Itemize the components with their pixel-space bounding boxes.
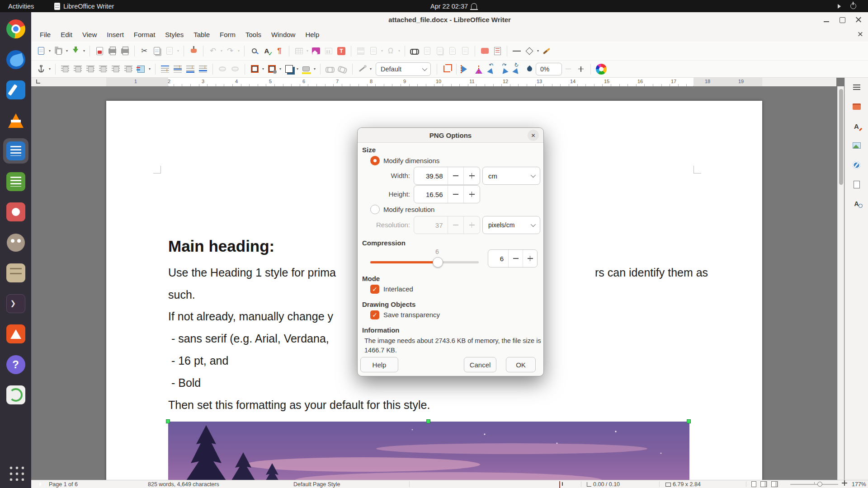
view-layout-single-icon[interactable]: [751, 481, 758, 488]
undo-icon[interactable]: ↶: [207, 45, 219, 57]
sidebar-page-icon[interactable]: [850, 178, 863, 191]
unit-select[interactable]: cm: [482, 167, 540, 185]
open-icon[interactable]: [52, 45, 65, 57]
dock-thunderbird-icon[interactable]: [3, 47, 28, 72]
resolution-unit-select[interactable]: pixels/cm: [482, 216, 540, 234]
wrap-page-icon[interactable]: [71, 63, 84, 75]
insert-endnote-icon[interactable]: [434, 45, 446, 57]
dock-libreoffice-writer-icon[interactable]: [3, 138, 28, 164]
insert-field-dropdown[interactable]: ▾: [380, 49, 384, 53]
track-changes-icon[interactable]: [491, 45, 504, 57]
interlaced-checkbox[interactable]: [370, 285, 379, 294]
cut-icon[interactable]: ✂: [138, 45, 151, 57]
menu-window[interactable]: Window: [266, 29, 300, 40]
basic-shapes-icon[interactable]: [523, 45, 536, 57]
dialog-close-icon[interactable]: [528, 130, 539, 141]
anchor-icon[interactable]: [35, 63, 47, 75]
modify-dimensions-radio[interactable]: [370, 156, 380, 165]
sidebar-navigator-icon[interactable]: [850, 158, 863, 172]
border-style-icon[interactable]: [265, 63, 278, 75]
menu-view[interactable]: View: [77, 29, 102, 40]
selected-image[interactable]: [168, 422, 689, 480]
sidebar-gallery-icon[interactable]: [850, 139, 863, 152]
app-menu[interactable]: LibreOffice Writer: [54, 0, 114, 12]
clock-menu[interactable]: Apr 22 02:37: [430, 0, 477, 12]
basic-shapes-dropdown[interactable]: ▾: [536, 49, 540, 53]
save-transparency-label[interactable]: Save transparency: [383, 311, 440, 319]
activities-button[interactable]: Activities: [8, 0, 34, 12]
horizontal-line-icon[interactable]: [510, 45, 523, 57]
flip-vertical-icon[interactable]: [472, 63, 485, 75]
word-count-status[interactable]: 825 words, 4,649 characters: [148, 481, 219, 488]
paste-dropdown[interactable]: ▾: [176, 49, 180, 53]
transparency-decrease-icon[interactable]: [562, 63, 575, 75]
width-value[interactable]: 39.58: [414, 172, 448, 180]
view-layout-book-icon[interactable]: [771, 481, 778, 488]
ok-button[interactable]: OK: [506, 357, 536, 372]
zoom-slider-thumb[interactable]: [817, 482, 822, 487]
selection-mode-icon[interactable]: [559, 482, 560, 488]
horizontal-ruler[interactable]: 1 2 3 4 5 6 7 8 9 10 11 12 13 14 15 16 1…: [31, 78, 836, 86]
save-transparency-checkbox[interactable]: [370, 310, 379, 319]
transparency-increase-icon[interactable]: [575, 63, 587, 75]
dock-libreoffice-impress-icon[interactable]: [3, 199, 28, 225]
insert-hyperlink-icon[interactable]: [408, 45, 421, 57]
transparency-input[interactable]: 0%: [536, 63, 562, 75]
selection-handle-top-right[interactable]: [687, 419, 691, 423]
dock-software-updater-icon[interactable]: [3, 382, 28, 408]
menu-tools[interactable]: Tools: [241, 29, 266, 40]
page-number-status[interactable]: Page 1 of 6: [49, 481, 78, 488]
anchor-dropdown[interactable]: ▾: [47, 67, 52, 71]
right-indent-marker[interactable]: [691, 84, 696, 89]
menu-form[interactable]: Form: [215, 29, 241, 40]
insert-chart-icon[interactable]: [322, 45, 335, 57]
special-character-dropdown[interactable]: ▾: [397, 49, 401, 53]
sidebar-styles-icon[interactable]: A: [850, 119, 863, 133]
zoom-slider[interactable]: [790, 484, 838, 485]
export-pdf-icon[interactable]: [93, 45, 106, 57]
selection-handle-top-center[interactable]: [426, 419, 430, 423]
compression-value[interactable]: 6: [488, 255, 508, 263]
dock-libreoffice-calc-icon[interactable]: [3, 169, 28, 194]
wrap-after-icon[interactable]: [109, 63, 122, 75]
undo-dropdown[interactable]: ▾: [219, 49, 224, 53]
insert-field-icon[interactable]: [367, 45, 380, 57]
borders-dropdown[interactable]: ▾: [261, 67, 265, 71]
spelling-icon[interactable]: A: [260, 45, 273, 57]
show-applications-icon[interactable]: [3, 460, 28, 485]
interlaced-label[interactable]: Interlaced: [383, 285, 413, 293]
image-filter-dropdown[interactable]: ▾: [368, 67, 373, 71]
wrap-settings-dropdown[interactable]: ▾: [147, 67, 152, 71]
cross-reference-icon[interactable]: [459, 45, 472, 57]
special-character-icon[interactable]: [384, 45, 397, 57]
area-fill-dropdown[interactable]: ▾: [312, 67, 317, 71]
sidebar-style-inspector-icon[interactable]: A: [850, 197, 863, 211]
print-preview-icon[interactable]: [118, 45, 131, 57]
print-icon[interactable]: [106, 45, 118, 57]
tab-stop-selector-icon[interactable]: [36, 80, 40, 84]
clone-formatting-icon[interactable]: [187, 45, 200, 57]
height-increase-button[interactable]: [463, 186, 480, 203]
dock-help-icon[interactable]: [3, 352, 28, 377]
redo-icon[interactable]: ↷: [224, 45, 236, 57]
modify-resolution-radio[interactable]: [370, 205, 380, 214]
width-decrease-button[interactable]: [448, 167, 464, 184]
menu-edit[interactable]: Edit: [56, 29, 77, 40]
unlink-frames-icon[interactable]: [336, 63, 349, 75]
shadow-icon[interactable]: [283, 63, 295, 75]
save-icon[interactable]: [69, 45, 82, 57]
close-window-button[interactable]: [855, 16, 862, 23]
find-replace-icon[interactable]: [248, 45, 260, 57]
borders-icon[interactable]: [248, 63, 261, 75]
image-filter-icon[interactable]: [356, 63, 368, 75]
dialog-title-bar[interactable]: PNG Options: [358, 128, 543, 143]
show-draw-functions-icon[interactable]: [540, 45, 553, 57]
wrap-off-icon[interactable]: [59, 63, 71, 75]
compression-increase-button[interactable]: [523, 250, 537, 267]
modify-resolution-label[interactable]: Modify resolution: [383, 206, 434, 213]
crop-icon[interactable]: [440, 63, 453, 75]
dock-vlc-icon[interactable]: [3, 108, 28, 133]
compression-spinbox[interactable]: 6: [488, 249, 538, 267]
rotate-right-icon[interactable]: [498, 63, 510, 75]
dock-gimp-icon[interactable]: [3, 230, 28, 255]
